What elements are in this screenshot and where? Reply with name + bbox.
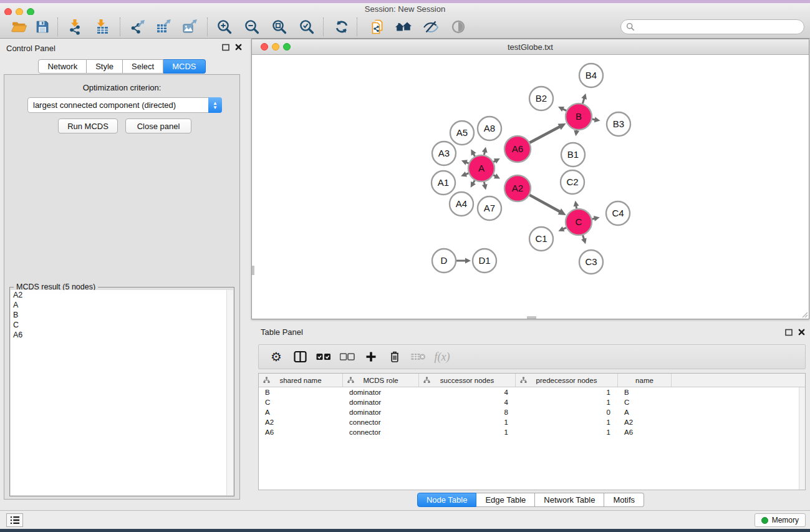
splitter-handle[interactable]: [252, 266, 254, 275]
column-header-shared-name[interactable]: shared name: [259, 374, 343, 387]
birdseye-icon[interactable]: [449, 18, 468, 36]
table-cell[interactable]: dominator: [343, 407, 419, 417]
graph-node-B2[interactable]: B2: [529, 87, 553, 110]
zoom-selected-icon[interactable]: [297, 18, 316, 36]
table-cell[interactable]: connector: [343, 427, 419, 437]
table-cell[interactable]: B: [259, 387, 343, 397]
export-image-icon[interactable]: [181, 18, 200, 36]
close-table-panel-icon[interactable]: [797, 328, 806, 336]
table-cell[interactable]: connector: [343, 417, 419, 427]
save-session-icon[interactable]: [33, 18, 52, 36]
export-network-icon[interactable]: [128, 18, 147, 36]
table-row[interactable]: Cdominator41C: [259, 397, 805, 407]
close-panel-button[interactable]: Close panel: [125, 118, 191, 133]
tab-edge-table[interactable]: Edge Table: [476, 493, 535, 507]
table-settings-gear-icon[interactable]: ⚙: [265, 347, 287, 367]
deselect-all-rows-icon[interactable]: [336, 347, 359, 367]
mcds-result-item[interactable]: A2: [11, 290, 226, 300]
tab-select[interactable]: Select: [123, 59, 163, 74]
mcds-result-item[interactable]: C: [11, 320, 226, 330]
column-header-successor-nodes[interactable]: successor nodes: [419, 374, 516, 387]
zoom-in-icon[interactable]: [215, 18, 234, 36]
table-cell[interactable]: C: [259, 397, 343, 407]
open-file-icon[interactable]: [10, 18, 29, 36]
table-cell[interactable]: 1: [516, 427, 618, 437]
search-input[interactable]: [635, 22, 804, 32]
zoom-out-icon[interactable]: [243, 18, 261, 36]
memory-button[interactable]: Memory: [755, 513, 806, 527]
float-table-panel-icon[interactable]: [784, 328, 793, 336]
select-all-rows-icon[interactable]: [312, 347, 335, 367]
mcds-result-item[interactable]: A: [11, 300, 226, 310]
table-row[interactable]: Adominator80A: [259, 407, 805, 417]
graph-node-A3[interactable]: A3: [432, 142, 456, 165]
delete-column-trash-icon[interactable]: [383, 347, 406, 367]
refresh-layout-icon[interactable]: [332, 18, 351, 36]
table-cell[interactable]: 4: [419, 387, 516, 397]
table-cell[interactable]: 1: [419, 417, 516, 427]
column-header-MCDS-role[interactable]: MCDS role: [343, 374, 419, 387]
graph-node-C4[interactable]: C4: [606, 201, 630, 225]
table-cell[interactable]: 1: [516, 387, 618, 397]
zoom-fit-icon[interactable]: [270, 18, 289, 36]
column-header-predecessor-nodes[interactable]: predecessor nodes: [516, 374, 618, 387]
graph-node-A5[interactable]: A5: [450, 121, 474, 145]
close-panel-icon[interactable]: [234, 43, 243, 51]
graph-node-B1[interactable]: B1: [561, 143, 585, 167]
resize-grip-icon[interactable]: [801, 311, 808, 318]
delete-table-icon[interactable]: [407, 347, 430, 367]
table-row[interactable]: Bdominator41B: [259, 387, 805, 397]
duplicate-network-icon[interactable]: [369, 18, 387, 36]
column-visibility-icon[interactable]: [289, 347, 311, 367]
table-cell[interactable]: 1: [516, 417, 618, 427]
export-table-icon[interactable]: [155, 18, 173, 36]
table-scrollbar[interactable]: [799, 387, 805, 490]
graph-node-A4[interactable]: A4: [450, 192, 473, 216]
graph-node-A1[interactable]: A1: [432, 171, 455, 195]
graph-node-B[interactable]: B: [566, 104, 592, 130]
tab-motifs[interactable]: Motifs: [604, 493, 644, 507]
graph-node-C[interactable]: C: [566, 209, 592, 235]
table-cell[interactable]: B: [618, 387, 672, 397]
mcds-result-list[interactable]: A2ABCA6: [11, 290, 226, 495]
table-row[interactable]: A6connector11A6: [259, 427, 805, 437]
table-cell[interactable]: 8: [419, 407, 516, 417]
table-cell[interactable]: 4: [419, 397, 516, 407]
table-cell[interactable]: dominator: [343, 397, 419, 407]
graph-node-C2[interactable]: C2: [561, 170, 584, 194]
graph-node-C1[interactable]: C1: [529, 227, 553, 251]
task-history-list-icon[interactable]: [6, 513, 23, 527]
splitter-handle[interactable]: [527, 316, 536, 319]
run-mcds-button[interactable]: Run MCDS: [58, 118, 118, 133]
function-builder-icon[interactable]: f(x): [431, 347, 453, 367]
network-graph-canvas[interactable]: B4B2BB3A5A8A6B1A3AA1C2A2A4A7CC4C1C3DD1: [252, 55, 809, 319]
mcds-result-item[interactable]: B: [11, 310, 226, 320]
table-cell[interactable]: dominator: [343, 387, 419, 397]
hide-glasses-icon[interactable]: [422, 18, 440, 36]
graph-node-A7[interactable]: A7: [478, 196, 501, 220]
add-column-plus-icon[interactable]: [360, 347, 382, 367]
graph-node-B3[interactable]: B3: [607, 112, 630, 136]
graph-node-A6[interactable]: A6: [504, 136, 531, 162]
table-cell[interactable]: A: [259, 407, 343, 417]
graph-node-B4[interactable]: B4: [579, 64, 603, 87]
home-icon[interactable]: [394, 18, 413, 36]
tab-mcds[interactable]: MCDS: [163, 59, 205, 74]
column-header-name[interactable]: name: [618, 374, 672, 387]
mcds-result-item[interactable]: A6: [11, 330, 226, 340]
import-network-icon[interactable]: [66, 18, 85, 36]
graph-node-A[interactable]: A: [468, 155, 494, 181]
table-cell[interactable]: A2: [259, 417, 343, 427]
graph-node-C3[interactable]: C3: [579, 250, 603, 274]
table-cell[interactable]: 0: [516, 407, 618, 417]
table-cell[interactable]: C: [618, 397, 672, 407]
table-cell[interactable]: 1: [516, 397, 618, 407]
import-table-icon[interactable]: [92, 18, 111, 36]
table-row[interactable]: A2connector11A2: [259, 417, 805, 427]
table-cell[interactable]: A2: [618, 417, 672, 427]
table-cell[interactable]: A: [618, 407, 672, 417]
graph-node-D[interactable]: D: [432, 249, 456, 273]
float-panel-icon[interactable]: [221, 43, 230, 51]
table-cell[interactable]: A6: [259, 427, 343, 437]
table-cell[interactable]: A6: [618, 427, 672, 437]
